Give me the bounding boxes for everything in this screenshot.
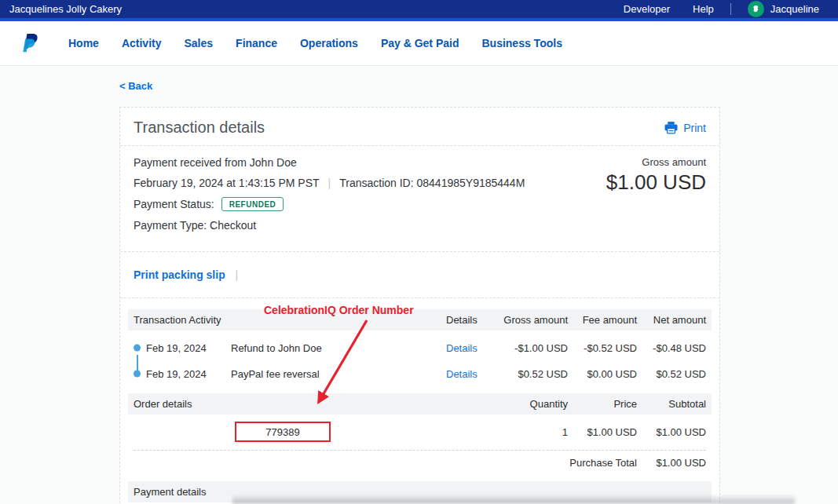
main-navbar: Home Activity Sales Finance Operations P…: [0, 21, 838, 66]
order-number: 779389: [265, 426, 299, 438]
purchase-total-row: Purchase Total $1.00 USD: [120, 451, 719, 469]
activity-row-net: $0.52 USD: [637, 368, 706, 380]
order-header-title: Order details: [134, 398, 446, 410]
topbar: Jacquelines Jolly Cakery Developer Help …: [0, 0, 838, 21]
avatar-glyph-icon: [751, 4, 761, 14]
user-name: Jacqueline: [770, 3, 819, 15]
purchase-total-label: Purchase Total: [134, 457, 637, 469]
purchase-total-value: $1.00 USD: [637, 457, 706, 469]
transaction-date: February 19, 2024 at 1:43:15 PM PST: [134, 177, 320, 189]
packing-slip-divider: |: [236, 268, 239, 281]
activity-row-fee: -$0.52 USD: [568, 342, 637, 354]
activity-row-date: Feb 19, 2024: [146, 368, 231, 380]
nav-item-sales[interactable]: Sales: [184, 37, 213, 49]
print-label: Print: [683, 122, 706, 134]
nav-item-finance[interactable]: Finance: [236, 37, 277, 49]
activity-row-gross: $0.52 USD: [489, 368, 568, 380]
page-content: < Back Transaction details Print Payment…: [0, 66, 838, 504]
transaction-id: Transaction ID: 08441985Y9185444M: [339, 177, 525, 189]
details-link[interactable]: Details: [446, 368, 489, 380]
activity-header-row: Transaction Activity Details Gross amoun…: [128, 309, 712, 331]
order-header-subtotal: Subtotal: [637, 398, 706, 410]
payment-summary: Payment received from John Doe February …: [120, 146, 719, 252]
details-link[interactable]: Details: [446, 342, 489, 354]
activity-row-net: -$0.48 USD: [637, 342, 706, 354]
payment-status-label: Payment Status:: [134, 198, 214, 210]
status-badge: REFUNDED: [221, 197, 284, 211]
activity-header-fee: Fee amount: [568, 314, 637, 326]
activity-row-gross: -$1.00 USD: [489, 342, 568, 354]
summary-divider: |: [328, 177, 331, 189]
transaction-activity-section: Transaction Activity Details Gross amoun…: [120, 298, 719, 383]
print-packing-slip-link[interactable]: Print packing slip: [134, 268, 225, 281]
activity-row-description: PayPal fee reversal: [231, 368, 320, 380]
activity-header-gross: Gross amount: [489, 314, 568, 326]
gross-amount-value: $1.00 USD: [606, 170, 706, 195]
nav-item-home[interactable]: Home: [68, 37, 99, 49]
user-menu[interactable]: Jacqueline: [748, 1, 819, 17]
activity-row-description: Refund to John Doe: [231, 342, 322, 354]
back-link[interactable]: < Back: [119, 80, 152, 92]
annotation-label: CelebrationIQ Order Number: [264, 304, 414, 316]
activity-header-details: Details: [446, 314, 489, 326]
activity-row-fee: $0.00 USD: [568, 368, 637, 380]
table-row: Feb 19, 2024 Refund to John Doe Details …: [120, 338, 719, 357]
timeline-dot-icon: [134, 371, 141, 378]
developer-link[interactable]: Developer: [624, 3, 670, 15]
payment-details-header: Payment details: [128, 481, 712, 502]
payment-details-title: Payment details: [134, 486, 207, 498]
topbar-divider: [730, 3, 731, 15]
printer-icon: [664, 122, 678, 134]
activity-row-date: Feb 19, 2024: [146, 342, 231, 354]
business-name: Jacquelines Jolly Cakery: [9, 3, 122, 15]
order-header-row: Order details Quantity Price Subtotal: [128, 393, 712, 415]
transaction-details-card: Transaction details Print Payment receiv…: [119, 107, 720, 504]
order-quantity: 1: [446, 426, 568, 438]
order-price: $1.00 USD: [568, 426, 637, 438]
page-title: Transaction details: [134, 119, 265, 137]
order-subtotal: $1.00 USD: [637, 426, 706, 438]
order-item-row: 779389 1 $1.00 USD $1.00 USD: [120, 421, 719, 443]
activity-header-net: Net amount: [637, 314, 706, 326]
avatar: [748, 1, 764, 17]
table-row: Feb 19, 2024 PayPal fee reversal Details…: [120, 364, 719, 383]
order-number-highlight-box: 779389: [235, 422, 331, 442]
nav-item-operations[interactable]: Operations: [300, 37, 358, 49]
nav-item-activity[interactable]: Activity: [122, 37, 162, 49]
payment-type-text: Payment Type: Checkout: [134, 219, 256, 232]
payment-details-section: Payment details Purchase Total $1.00 USD…: [120, 481, 719, 504]
help-link[interactable]: Help: [693, 3, 714, 15]
gross-amount-label: Gross amount: [606, 156, 706, 168]
nav-item-pay-get-paid[interactable]: Pay & Get Paid: [381, 37, 459, 49]
order-details-section: Order details Quantity Price Subtotal 77…: [120, 393, 719, 469]
paypal-logo-icon[interactable]: [20, 32, 38, 54]
order-header-price: Price: [568, 398, 637, 410]
order-header-quantity: Quantity: [446, 398, 568, 410]
nav-item-business-tools[interactable]: Business Tools: [481, 37, 562, 49]
received-from-text: Payment received from John Doe: [134, 156, 297, 169]
timeline-dot-icon: [134, 345, 141, 352]
print-button[interactable]: Print: [664, 122, 706, 134]
